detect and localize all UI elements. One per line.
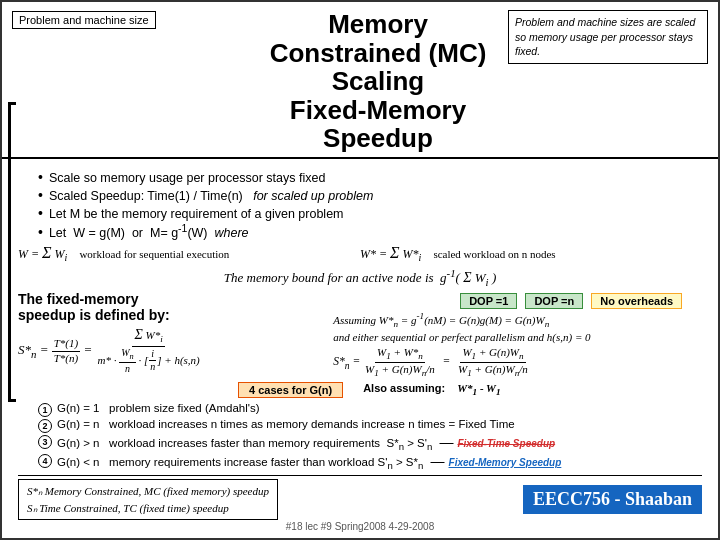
bullet-item-4: • Let W = g(M) or M= g-1(W) where bbox=[38, 223, 702, 240]
num-circle-1: 1 bbox=[38, 403, 52, 417]
eecc-label: EECC756 - Shaaban bbox=[523, 485, 702, 514]
workload-formula-row: W = Σ Wi workload for sequential executi… bbox=[18, 244, 702, 263]
speedup-fraction2: Σ W*i m* · Wnn · [in] + h(s,n) bbox=[95, 327, 201, 374]
cases-badge: 4 cases for G(n) bbox=[238, 382, 343, 398]
bottom-row: S*ₙ Memory Constrained, MC (fixed memory… bbox=[18, 475, 702, 520]
list-item-3: 3 G(n) > n workload increases faster tha… bbox=[38, 434, 702, 452]
problem-label-container: Problem and machine size bbox=[12, 10, 256, 31]
bullet-list: • Scale so memory usage per processor st… bbox=[38, 169, 702, 240]
list-item-4: 4 G(n) < n memory requirements increase … bbox=[38, 453, 702, 471]
list-text-3: G(n) > n workload increases faster than … bbox=[57, 434, 555, 452]
slide-number: #18 lec #9 Spring2008 4-29-2008 bbox=[18, 521, 702, 532]
fixed-memory-title: The fixed-memoryspeedup is defined by: bbox=[18, 291, 325, 323]
bullet-text-1: Scale so memory usage per processor stay… bbox=[49, 171, 326, 185]
speedup-dop-row: The fixed-memoryspeedup is defined by: S… bbox=[18, 289, 702, 379]
bullet-item-1: • Scale so memory usage per processor st… bbox=[38, 169, 702, 185]
workload-scaled-formula: W* = Σ W*i scaled workload on n nodes bbox=[360, 244, 702, 263]
memory-bound-text: The memory bound for an active node is g… bbox=[18, 267, 702, 288]
sn-line1: S*ₙ Memory Constrained, MC (fixed memory… bbox=[27, 483, 269, 500]
sn-definition-box: S*ₙ Memory Constrained, MC (fixed memory… bbox=[18, 479, 278, 520]
speedup-expanded: S*n = W1 + W*n W1 + G(n)Wn/n = W1 + G(n)… bbox=[333, 346, 702, 379]
bullet-text-4: Let W = g(M) or M= g-1(W) where bbox=[49, 223, 249, 240]
num-circle-4: 4 bbox=[38, 454, 52, 468]
bullet-text-3: Let M be the memory requirement of a giv… bbox=[49, 207, 344, 221]
bullet-item-3: • Let M be the memory requirement of a g… bbox=[38, 205, 702, 221]
list-item-2: 2 G(n) = n workload increases n times as… bbox=[38, 418, 702, 433]
num-circle-2: 2 bbox=[38, 419, 52, 433]
title-line1: Memory Constrained (MC) Scaling Fixed-Me… bbox=[256, 10, 500, 153]
bullet-dot-1: • bbox=[38, 169, 43, 185]
w-star-formula: W*1 - W1 bbox=[457, 382, 500, 394]
slide-title: Memory Constrained (MC) Scaling Fixed-Me… bbox=[256, 10, 500, 153]
bullet-dot-2: • bbox=[38, 187, 43, 203]
num-circle-3: 3 bbox=[38, 435, 52, 449]
list-text-2: G(n) = n workload increases n times as m… bbox=[57, 418, 515, 430]
bullet-text-2: Scaled Speedup: Time(1) / Time(n) for sc… bbox=[49, 189, 373, 203]
speedup-big-formula: S*n = T*(1) T*(n) = Σ W*i m* · Wnn · [in… bbox=[18, 327, 325, 374]
either-text: and either sequential or perfect paralle… bbox=[333, 331, 702, 343]
assuming-text: Assuming W*n = g-1(nM) = G(n)g(M) = G(n)… bbox=[333, 311, 702, 329]
dop-badge-1: DOP =1 bbox=[460, 293, 517, 309]
numbered-list: 1 G(n) = 1 problem size fixed (Amdahl's)… bbox=[38, 402, 702, 472]
slide: Problem and machine size Memory Constrai… bbox=[0, 0, 720, 540]
list-item-1: 1 G(n) = 1 problem size fixed (Amdahl's) bbox=[38, 402, 702, 417]
dop-badge-2: DOP =n bbox=[525, 293, 583, 309]
list-text-4: G(n) < n memory requirements increase fa… bbox=[57, 453, 561, 471]
bullet-item-2: • Scaled Speedup: Time(1) / Time(n) for … bbox=[38, 187, 702, 203]
sn-line2: Sₙ Time Constrained, TC (fixed time) spe… bbox=[27, 500, 269, 517]
cases-row: 4 cases for G(n) Also assuming: W*1 - W1 bbox=[18, 382, 702, 398]
problem-label: Problem and machine size bbox=[12, 11, 156, 29]
dop-badge-no-overhead: No overheads bbox=[591, 293, 682, 309]
speedup-right: DOP =1 DOP =n No overheads Assuming W*n … bbox=[325, 289, 702, 379]
header-note: Problem and machine sizes are scaled so … bbox=[508, 10, 708, 64]
main-content: • Scale so memory usage per processor st… bbox=[2, 159, 718, 536]
bullet-dot-4: • bbox=[38, 224, 43, 240]
list-text-1: G(n) = 1 problem size fixed (Amdahl's) bbox=[57, 402, 260, 414]
also-assuming: Also assuming: W*1 - W1 bbox=[363, 382, 500, 397]
dop-badge-row: DOP =1 DOP =n No overheads bbox=[333, 293, 702, 309]
fixed-memory-left: The fixed-memoryspeedup is defined by: S… bbox=[18, 289, 325, 374]
speedup-fraction: T*(1) T*(n) bbox=[52, 337, 80, 364]
workload-seq-formula: W = Σ Wi workload for sequential executi… bbox=[18, 244, 360, 263]
bullet-dot-3: • bbox=[38, 205, 43, 221]
slide-header: Problem and machine size Memory Constrai… bbox=[2, 2, 718, 159]
